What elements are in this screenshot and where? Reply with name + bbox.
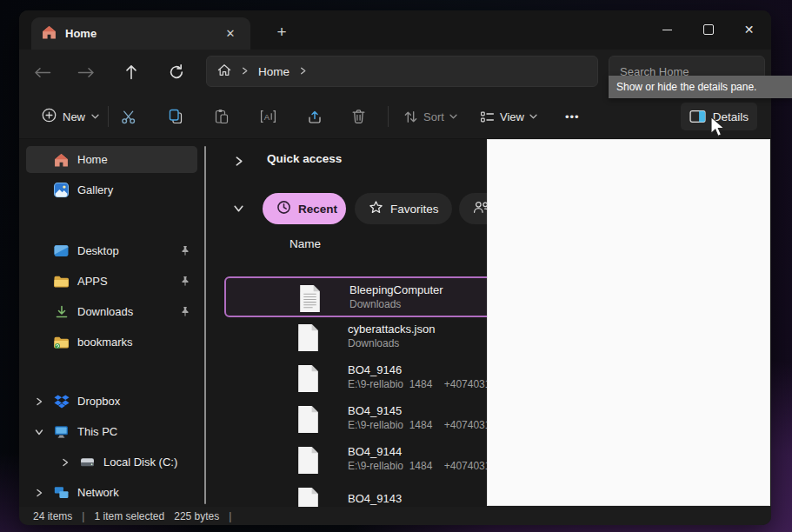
document-icon: [296, 405, 320, 437]
quick-access-chevron-icon[interactable]: [233, 155, 244, 170]
tree-chevron-right-icon[interactable]: [33, 396, 45, 407]
new-button[interactable]: New: [33, 103, 108, 130]
svg-text:A: A: [263, 112, 270, 122]
disk-icon: [79, 456, 96, 468]
toolbar-divider: [108, 106, 109, 127]
document-icon: [296, 323, 320, 356]
rename-icon: A: [260, 110, 276, 123]
home-icon: [42, 25, 57, 43]
refresh-icon: [169, 64, 184, 80]
refresh-button[interactable]: [163, 59, 190, 85]
sidebar-scrollbar[interactable]: [204, 146, 206, 504]
new-button-label: New: [63, 110, 85, 123]
details-tooltip: Show or hide the details pane.: [609, 76, 792, 98]
chevron-down-icon: [529, 114, 537, 119]
sort-button-label: Sort: [423, 110, 444, 123]
command-toolbar: New A Sort View: [19, 94, 771, 139]
home-icon: [53, 153, 70, 167]
star-icon: [369, 200, 383, 217]
close-button[interactable]: ✕: [729, 10, 769, 49]
sidebar-item-label: Local Disk (C:): [103, 456, 177, 469]
breadcrumb-item[interactable]: Home: [258, 65, 290, 78]
chevron-down-icon: [449, 114, 457, 119]
document-icon: [296, 446, 320, 478]
share-icon: [307, 109, 323, 124]
share-button[interactable]: [301, 103, 329, 130]
pill-recent[interactable]: Recent: [263, 193, 346, 224]
file-name: BO4_9144: [348, 444, 490, 459]
sidebar-item-label: Desktop: [77, 244, 119, 257]
file-detail: Downloads: [348, 336, 435, 351]
sidebar-item-downloads[interactable]: Downloads: [26, 298, 197, 325]
file-detail: Downloads: [349, 297, 443, 312]
clock-icon: [276, 200, 291, 217]
sidebar-item-label: This PC: [77, 425, 117, 438]
pill-favorites[interactable]: Favorites: [355, 193, 452, 224]
sidebar-item-desktop[interactable]: Desktop: [26, 237, 197, 264]
paste-button[interactable]: [208, 103, 236, 130]
tab-home[interactable]: Home ✕: [31, 17, 250, 50]
pin-icon[interactable]: [180, 306, 190, 317]
forward-arrow-icon: [77, 67, 95, 78]
view-list-icon: [480, 110, 495, 123]
file-detail: E:\9-rellabio 1484 +4074031: [348, 377, 490, 392]
sidebar-section-gap: [19, 359, 206, 388]
tab-close-button[interactable]: ✕: [221, 24, 240, 43]
recent-section-chevron-icon[interactable]: [233, 202, 244, 217]
chevron-down-icon: [91, 114, 99, 119]
tree-chevron-right-icon[interactable]: [59, 457, 71, 468]
back-button[interactable]: [30, 59, 56, 85]
address-bar[interactable]: Home: [206, 56, 598, 87]
document-text-icon: [298, 284, 322, 316]
sort-button[interactable]: Sort: [396, 103, 464, 130]
sidebar-item-home[interactable]: Home: [26, 146, 197, 173]
maximize-button[interactable]: [688, 10, 729, 49]
selection-count: 1 item selected: [94, 510, 164, 522]
more-button[interactable]: •••: [558, 103, 587, 130]
sidebar-item-this-pc[interactable]: This PC: [26, 418, 197, 445]
window-controls: ✕: [647, 10, 769, 49]
sidebar-item-network[interactable]: Network: [26, 479, 197, 506]
sidebar-item-dropbox[interactable]: Dropbox: [26, 388, 197, 415]
status-divider: |: [229, 510, 231, 522]
view-button[interactable]: View: [473, 103, 544, 130]
pin-icon[interactable]: [180, 245, 190, 256]
sidebar-item-label: Downloads: [77, 305, 133, 318]
file-name: BO4_9146: [348, 362, 490, 377]
back-arrow-icon: [34, 67, 51, 78]
breadcrumb-separator-icon: [298, 63, 308, 79]
sidebar-item-local-disk-c[interactable]: Local Disk (C:): [26, 449, 197, 475]
status-bar: 24 items | 1 item selected 225 bytes |: [19, 507, 771, 525]
file-name: BO4_9143: [348, 491, 402, 506]
cut-button[interactable]: [115, 103, 143, 130]
folder-icon: [53, 276, 70, 288]
this-pc-icon: [53, 425, 70, 438]
tab-strip: Home ✕ + ✕: [19, 10, 771, 50]
sidebar-item-label: APPS: [77, 275, 108, 288]
sidebar-item-bookmarks[interactable]: bookmarks: [26, 329, 197, 356]
minimize-icon: [662, 30, 672, 30]
quick-access-header[interactable]: Quick access: [267, 152, 342, 165]
new-tab-button[interactable]: +: [270, 20, 294, 44]
breadcrumb-home-icon: [217, 63, 231, 80]
pill-label: Recent: [298, 203, 337, 216]
folder-sync-icon: [53, 336, 70, 349]
delete-button[interactable]: [344, 103, 372, 130]
rename-button[interactable]: A: [254, 103, 282, 130]
gallery-icon: [53, 183, 70, 197]
tree-chevron-down-icon[interactable]: [33, 427, 45, 437]
column-header-name[interactable]: Name: [290, 237, 321, 250]
file-name: cyberattacks.json: [348, 322, 435, 336]
downloads-icon: [53, 305, 70, 319]
sidebar-item-gallery[interactable]: Gallery: [26, 176, 197, 203]
sidebar-item-label: Gallery: [77, 183, 113, 196]
sidebar-item-label: Network: [77, 486, 119, 499]
copy-button[interactable]: [162, 103, 190, 130]
minimize-button[interactable]: [647, 10, 688, 49]
forward-button[interactable]: [73, 59, 99, 85]
tree-chevron-right-icon[interactable]: [33, 488, 45, 498]
pin-icon[interactable]: [180, 276, 190, 287]
up-button[interactable]: [118, 59, 144, 85]
sidebar-item-apps[interactable]: APPS: [26, 268, 197, 295]
plus-circle-icon: [42, 108, 57, 125]
